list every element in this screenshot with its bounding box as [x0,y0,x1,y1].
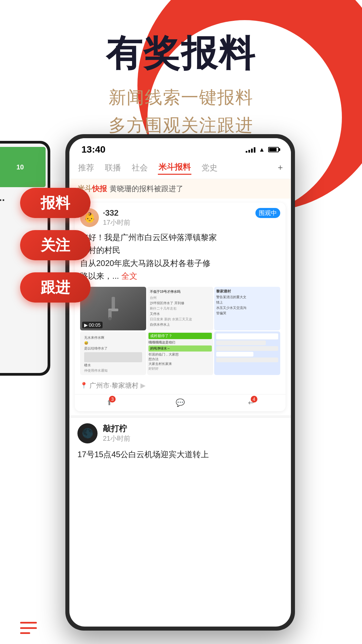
forward-button[interactable]: ↩ 4 [248,398,254,407]
alert-banner: 米斗快报 黄晓珊的报料被跟进了 [69,179,291,199]
image-grid: ▶ 00:05 不低于19号才停水吗 台州 沙坪坝区停水了 开到修 剩什二十几年… [80,287,280,375]
comment-icon: 💬 [176,398,185,407]
post-time: 17小时前 [103,218,280,227]
alert-text: 黄晓珊的报料被跟进了 [110,184,183,194]
post-content: 您好！我是广州市白云区钟落潭镇黎家 塘村的村民 自从2020年底大马路以及村各巷… [75,230,286,287]
post-likes: ·332 [103,208,119,218]
header-area: 有奖报料 新闻线索一键报料 多方围观关注跟进 [0,34,362,139]
svg-rect-0 [112,297,115,310]
fab-genjin-button[interactable]: 跟进 [20,272,90,303]
img-cell-6 [214,331,280,375]
main-phone-screen: 13:40 ▲ 推荐 联播 社会 米斗报料 党史 + [69,138,291,627]
post-actions: ⬆ 3 💬 ↩ 4 [75,394,286,411]
video-duration: 00:05 [89,322,101,328]
tab-lianbo[interactable]: 联播 [104,161,122,174]
tag-guanzhong: 围观中 [255,208,280,218]
status-time: 13:40 [81,144,106,155]
page-subtitle: 新闻线索一键报料 多方围观关注跟进 [0,84,362,139]
alert-brand-kuaibao: 快报 [92,184,107,194]
share-count: 3 [109,396,116,402]
comment-button[interactable]: 💬 [176,398,185,407]
second-post-time: 21小时前 [103,434,283,443]
svg-point-3 [108,317,112,320]
bottom-nav[interactable] [20,622,37,634]
fab-container: 报料 关注 跟进 [20,188,90,303]
tab-midubiaoliao[interactable]: 米斗报料 [158,160,191,175]
img-cell-4: 无水来停水啊 😅 是以结缔停水了 楼水 仲使用停水通知 [80,331,146,375]
lp-green-block: 10 [0,147,46,187]
second-post-meta: 敲打柠 21小时前 [103,423,283,443]
signal-icon [246,147,255,153]
second-post-content: 17号15点45公白云机场迎宾大道转上 [69,446,291,466]
tab-dangshi[interactable]: 党史 [201,161,218,174]
pipe-icon [105,297,122,320]
hamburger-line-3 [20,632,30,634]
img-cell-5: 成村都停了？ 哦哦哦哦这是咱们 的纯净绿水～ 邻居的临门，大家想 想办法 大家去… [147,331,213,375]
post-card: 👶 ·332 围观中 17小时前 您好！我是广州市白云区钟落潭镇黎家 塘村的村民… [75,203,286,411]
main-phone: 13:40 ▲ 推荐 联播 社会 米斗报料 党史 + [65,134,295,631]
post-header: 👶 ·332 围观中 17小时前 [75,203,286,230]
battery-icon [268,147,279,152]
second-post-username: 敲打柠 [103,423,283,434]
post-meta: ·332 围观中 17小时前 [103,208,280,227]
fab-guanzhu-button[interactable]: 关注 [20,230,90,260]
hamburger-icon [20,622,37,634]
post-more-link[interactable]: 全文 [121,271,137,280]
forward-count: 4 [251,396,257,402]
nav-tabs: 推荐 联播 社会 米斗报料 党史 + [69,158,291,179]
tab-shehui[interactable]: 社会 [131,161,148,174]
hamburger-line-1 [20,622,37,624]
tab-tuijian[interactable]: 推荐 [77,161,95,174]
share-button[interactable]: ⬆ 3 [106,398,112,407]
page-title: 有奖报料 [0,34,362,73]
wifi-icon: ▲ [259,146,265,153]
location-pin-icon: 📍 [80,382,87,389]
second-post: 🌑 敲打柠 21小时前 [69,415,291,446]
status-icons: ▲ [246,146,279,153]
hamburger-line-2 [20,627,37,629]
second-avatar: 🌑 [77,423,98,443]
location-text: 广州市·黎家塘村 [89,381,138,390]
video-play-button[interactable]: ▶ 00:05 [82,322,103,328]
post-location: 📍 广州市·黎家塘村 ▶ [75,379,286,394]
status-bar: 13:40 ▲ [69,138,291,158]
subtitle-line1: 新闻线索一键报料 [0,84,362,111]
fab-baoliao-button[interactable]: 报料 [20,188,90,218]
nav-plus-button[interactable]: + [278,162,283,173]
img-cell-2: 不低于19号才停水吗 台州 沙坪坝区停水了 开到修 剩什二十几年左右 又停水 日… [147,287,213,330]
img-cell-3: 黎家塘村 警告某清洁的重大文 情上 水压又少水又交流沟 管偏哭 [214,287,280,330]
